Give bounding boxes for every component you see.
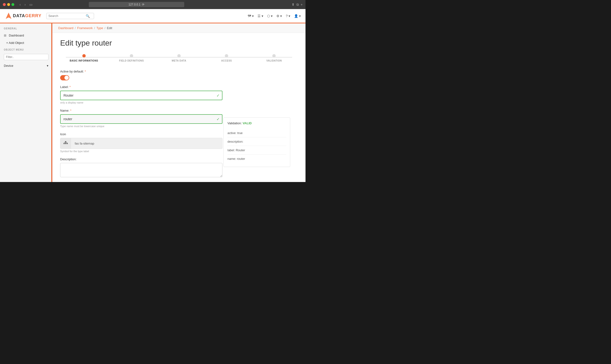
label-hint: only a display name: [60, 101, 223, 104]
top-nav: DATAGERRY 🔍 🗺 ▾ ☰ ▾ ⬡ ▾ ⚙ ▾ ? ▾ 👤 ▾: [0, 9, 306, 23]
wizard-step-validation[interactable]: VALIDATION: [250, 54, 298, 62]
val-key-description: description:: [227, 140, 243, 143]
label-check-icon: ✓: [216, 93, 220, 98]
sidebar-filter-input[interactable]: [4, 54, 48, 60]
sidebar-item-dashboard[interactable]: ⊞ Dashboard: [0, 32, 52, 39]
breadcrumb-dashboard[interactable]: Dashboard: [58, 26, 74, 30]
description-field-label: Description:: [60, 157, 223, 161]
wizard-step-access[interactable]: ACCESS: [203, 54, 250, 62]
traffic-lights: [3, 3, 14, 6]
sidebar-general-label: GENERAL: [0, 27, 52, 32]
sidebar-item-add-object[interactable]: + Add Object: [0, 39, 52, 47]
reload-icon[interactable]: ⟳: [142, 3, 144, 6]
active-required: *: [85, 70, 86, 73]
val-row-active: active: true: [227, 129, 286, 137]
nav-buttons: ‹ › ▭: [18, 2, 34, 7]
name-input[interactable]: [60, 114, 223, 124]
field-group-name: Name: * ✓ Type name must be lowercase un…: [60, 109, 223, 128]
name-required: *: [70, 109, 71, 112]
app: DATAGERRY 🔍 🗺 ▾ ☰ ▾ ⬡ ▾ ⚙ ▾ ? ▾ 👤 ▾ GENE…: [0, 9, 306, 182]
step-label-basic: BASIC INFORMATIONS: [70, 59, 98, 62]
val-row-name: name: router: [227, 155, 286, 163]
step-label-access: ACCESS: [221, 59, 232, 62]
add-tab-icon[interactable]: +: [301, 3, 303, 7]
sidebar-device-label: Device: [4, 64, 13, 67]
svg-rect-5: [66, 143, 68, 144]
close-button[interactable]: [3, 3, 6, 6]
translate-nav-button[interactable]: ⬡ ▾: [267, 14, 273, 18]
label-input[interactable]: [60, 91, 223, 100]
breadcrumb-type[interactable]: Type: [96, 26, 103, 30]
search-input[interactable]: [48, 14, 84, 18]
val-row-label: label: Router: [227, 146, 286, 155]
sidebar-dashboard-label: Dashboard: [9, 34, 24, 37]
logo-gerry: GERRY: [25, 13, 41, 18]
step-dot-basic: [82, 54, 86, 57]
settings-nav-button[interactable]: ⚙ ▾: [276, 14, 282, 18]
forward-button[interactable]: ›: [23, 2, 27, 7]
val-row-description: description:: [227, 137, 286, 146]
toggle-wrap: [60, 75, 223, 80]
share-icon[interactable]: ⬆: [292, 3, 294, 7]
validation-panel: Validation: VALID active: true descripti…: [223, 117, 290, 167]
logo-text: DATAGERRY: [13, 13, 41, 18]
wizard-steps: BASIC INFORMATIONS FIELD DEFINITIONS MET…: [60, 54, 298, 62]
wizard-step-basic-info[interactable]: BASIC INFORMATIONS: [60, 54, 108, 62]
icon-hint: Symbol for the type label: [60, 150, 223, 153]
val-key-name: name:: [227, 157, 236, 160]
val-key-label: label:: [227, 148, 235, 152]
browser-chrome: ‹ › ▭ 127.0.0.1 ⟳ ⬆ ⧉ +: [0, 0, 306, 9]
toggle-slider[interactable]: [60, 75, 69, 80]
field-group-description: Description:: [60, 157, 223, 178]
step-dot-field: [130, 54, 133, 57]
dashboard-icon: ⊞: [4, 34, 6, 37]
search-icon[interactable]: 🔍: [86, 14, 90, 18]
breadcrumb: Dashboard / Framework / Type / Edit: [53, 23, 306, 33]
help-nav-button[interactable]: ? ▾: [286, 14, 290, 18]
sidebar-item-device[interactable]: Device ▾: [0, 62, 52, 69]
field-group-active: Active by default: *: [60, 70, 223, 80]
layers-nav-button[interactable]: ☰ ▾: [257, 14, 263, 18]
user-nav-button[interactable]: 👤 ▾: [294, 14, 301, 18]
validation-title: Validation: VALID: [227, 121, 286, 125]
name-hint: Type name must be lowercase unique: [60, 125, 223, 128]
label-required: *: [69, 85, 71, 89]
svg-rect-3: [64, 143, 65, 144]
back-button[interactable]: ‹: [18, 2, 22, 7]
minimize-button[interactable]: [7, 3, 10, 6]
wizard-step-meta[interactable]: META DATA: [155, 54, 203, 62]
svg-rect-2: [65, 141, 66, 142]
bc-sep-3: /: [105, 26, 106, 30]
main-layout: GENERAL ⊞ Dashboard + Add Object OBJECT …: [0, 23, 306, 182]
browser-actions: ⬆ ⧉ +: [292, 3, 303, 7]
icon-selector[interactable]: fas fa-sitemap: [60, 138, 223, 149]
breadcrumb-framework[interactable]: Framework: [77, 26, 93, 30]
nav-icons: 🗺 ▾ ☰ ▾ ⬡ ▾ ⚙ ▾ ? ▾ 👤 ▾: [248, 14, 301, 18]
name-check-icon: ✓: [216, 117, 220, 121]
breadcrumb-edit: Edit: [107, 26, 112, 30]
address-bar[interactable]: 127.0.0.1 ⟳: [89, 2, 184, 7]
chevron-down-icon: ▾: [47, 64, 48, 67]
val-key-active: active:: [227, 131, 237, 135]
step-dot-access: [225, 54, 228, 57]
icon-preview: [60, 138, 71, 149]
search-bar[interactable]: 🔍: [46, 13, 94, 19]
maximize-button[interactable]: [12, 3, 14, 6]
map-nav-button[interactable]: 🗺 ▾: [248, 14, 254, 18]
new-tab-icon[interactable]: ⧉: [296, 3, 299, 7]
wizard-step-field-def[interactable]: FIELD DEFINITIONS: [108, 54, 155, 62]
sidebar: GENERAL ⊞ Dashboard + Add Object OBJECT …: [0, 23, 53, 182]
logo-data: DATA: [13, 13, 25, 18]
page-title: Edit type router: [60, 39, 298, 48]
name-input-wrap: ✓: [60, 114, 223, 124]
step-label-field: FIELD DEFINITIONS: [119, 59, 144, 62]
page-content: Edit type router BASIC INFORMATIONS FIEL…: [53, 33, 306, 182]
content-inner: Active by default: *: [60, 70, 298, 178]
sidebar-toggle-button[interactable]: ▭: [28, 2, 34, 7]
logo-icon: [5, 12, 13, 20]
active-toggle[interactable]: [60, 75, 69, 80]
step-dot-meta: [177, 54, 181, 57]
label-field-label: Label: *: [60, 85, 223, 89]
description-input[interactable]: [60, 163, 223, 177]
sidebar-object-menu-label: OBJECT MENU: [0, 47, 52, 52]
